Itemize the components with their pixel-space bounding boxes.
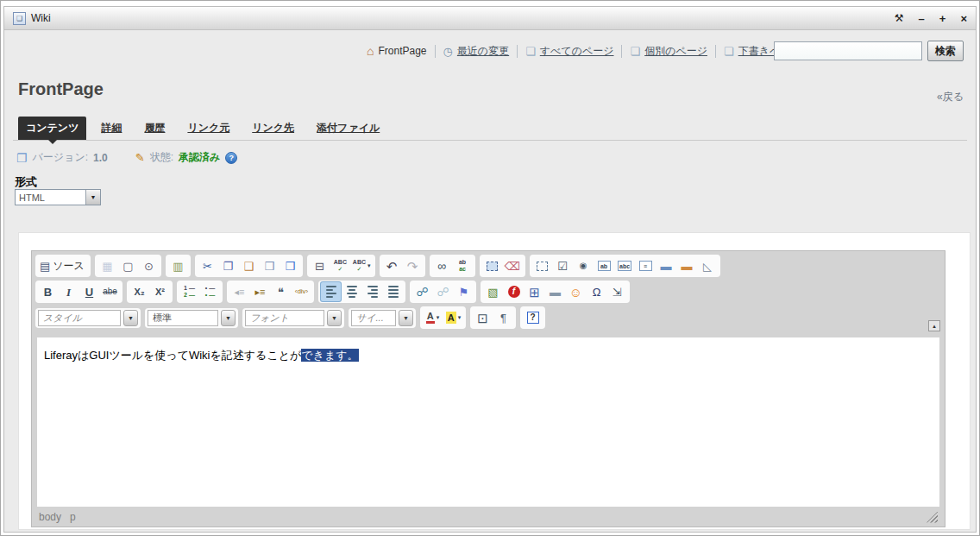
close-icon[interactable]: × — [960, 13, 967, 24]
page-icon: ❏ — [724, 45, 734, 58]
help-icon[interactable]: ? — [225, 152, 237, 164]
paste-button[interactable]: ❑ — [239, 256, 259, 275]
superscript-button[interactable]: X² — [150, 282, 170, 301]
content-panel: ▤ソース▦▢⊙▥✂❐❑❒❒⊟ABC✓ABC✓▾↶↷∞abac⌫☑◉ababc≡▬… — [18, 232, 971, 530]
resize-handle-icon[interactable] — [927, 512, 938, 523]
templates-button[interactable]: ▥ — [168, 256, 188, 275]
find-button[interactable]: ∞ — [432, 256, 452, 275]
background-color-button[interactable]: A▾ — [443, 308, 463, 327]
print-button[interactable]: ⊟ — [310, 256, 330, 275]
tab-content[interactable]: コンテンツ — [18, 117, 86, 140]
tab-details[interactable]: 詳細 — [93, 117, 129, 140]
underline-button[interactable]: U — [79, 282, 99, 301]
page-break-button[interactable]: ⇲ — [607, 282, 627, 301]
paste-as-text-button[interactable]: ❒ — [260, 256, 280, 275]
decrease-indent-button[interactable]: ◂≡ — [229, 282, 249, 301]
link-button[interactable]: ☍ — [412, 282, 432, 301]
source-icon: ▤ — [40, 261, 50, 272]
button-button[interactable]: ▬ — [656, 256, 676, 275]
source-button[interactable]: ▤ソース — [38, 256, 88, 275]
editor-statusbar: body p — [32, 508, 945, 527]
toolbar-group: BIUabe — [35, 281, 122, 303]
undo-button[interactable]: ↶ — [382, 256, 402, 275]
maximize-button[interactable]: ⊡ — [473, 308, 493, 327]
minimize-icon[interactable]: – — [919, 13, 925, 24]
maximize-icon[interactable]: + — [939, 13, 946, 24]
cut-button[interactable]: ✂ — [198, 256, 217, 275]
element-path-body[interactable]: body — [39, 511, 61, 523]
text-color-button[interactable]: A▾ — [423, 308, 443, 327]
redo-button[interactable]: ↷ — [403, 256, 423, 275]
redo-icon: ↷ — [407, 260, 418, 273]
horizontal-rule-button[interactable]: ▬ — [545, 282, 565, 301]
form-button[interactable] — [532, 256, 552, 275]
anchor-button[interactable]: ⚑ — [454, 282, 474, 301]
nav-divider — [435, 45, 436, 58]
increase-indent-button[interactable]: ▸≡ — [250, 282, 270, 301]
spell-check-button[interactable]: ABC✓ — [330, 256, 350, 275]
align-left-button[interactable] — [321, 282, 341, 301]
replace-button[interactable]: abac — [453, 256, 473, 275]
select-all-button[interactable] — [482, 256, 502, 275]
toolbar-group: ▤ソース — [35, 255, 91, 277]
subscript-icon: X₂ — [134, 287, 144, 297]
recent-changes-link[interactable]: ◷ 最近の変更 — [443, 44, 510, 59]
select-field-button[interactable]: ≡ — [636, 256, 656, 275]
align-right-button[interactable] — [362, 282, 382, 301]
strikethrough-button[interactable]: abe — [100, 282, 120, 301]
image-button[interactable]: ▧ — [483, 282, 503, 301]
flash-button[interactable]: f — [504, 282, 524, 301]
text-field-button[interactable]: ab — [594, 256, 614, 275]
checkbox-button[interactable]: ☑ — [553, 256, 573, 275]
about-button[interactable]: ? — [523, 308, 543, 327]
copy-button[interactable]: ❐ — [218, 256, 238, 275]
save-icon: ▦ — [102, 261, 112, 272]
blockquote-button[interactable]: ❝ — [271, 282, 291, 301]
chevron-down-icon: ▼ — [221, 310, 236, 326]
paste-from-word-button[interactable]: ❒ — [280, 256, 300, 275]
show-blocks-button[interactable]: ¶ — [493, 308, 513, 327]
editor-content[interactable]: LiferayはGUIツールを使ってWikiを記述することができます。 — [37, 337, 939, 507]
align-justify-button[interactable] — [383, 282, 403, 301]
search-input[interactable] — [774, 41, 922, 60]
numbered-list-icon: 1 —2 — — [184, 285, 195, 299]
unlink-button[interactable]: ☍ — [433, 282, 453, 301]
special-character-button[interactable]: Ω — [587, 282, 606, 301]
scayt-button[interactable]: ABC✓▾ — [351, 256, 373, 275]
tab-attachments[interactable]: 添付ファイル — [309, 117, 387, 140]
bold-button[interactable]: B — [38, 282, 58, 301]
element-path-p[interactable]: p — [70, 511, 76, 523]
orphan-pages-link[interactable]: ❏ 個別のページ — [630, 44, 707, 59]
image-button-button[interactable]: ▬ — [677, 256, 697, 275]
tab-incoming-links[interactable]: リンク元 — [179, 117, 237, 140]
textarea-button[interactable]: abc — [615, 256, 635, 275]
remove-format-button[interactable]: ⌫ — [503, 256, 523, 275]
radio-button-button[interactable]: ◉ — [574, 256, 594, 275]
preview-button[interactable]: ⊙ — [139, 256, 159, 275]
all-pages-link[interactable]: ❏ すべてのページ — [525, 44, 613, 59]
tab-outgoing-links[interactable]: リンク先 — [244, 117, 302, 140]
bulleted-list-button[interactable]: • —• — — [200, 282, 220, 301]
font-dropdown[interactable]: フォント▼ — [245, 310, 342, 326]
paragraph-format-dropdown[interactable]: 標準▼ — [148, 310, 236, 326]
numbered-list-button[interactable]: 1 —2 — — [179, 282, 199, 301]
chevron-down-icon: ▾ — [437, 314, 440, 321]
search-button[interactable]: 検索 — [927, 41, 964, 61]
smiley-button[interactable]: ☺ — [566, 282, 586, 301]
hidden-field-button[interactable]: ◺ — [698, 256, 718, 275]
back-link[interactable]: «戻る — [937, 90, 964, 104]
div-container-button[interactable]: ‹div› — [292, 282, 311, 301]
format-dropdown[interactable]: HTML ▼ — [15, 189, 101, 205]
collapse-toolbar-button[interactable]: ▴ — [928, 320, 940, 331]
save-button[interactable]: ▦ — [97, 256, 117, 275]
new-page-button[interactable]: ▢ — [118, 256, 138, 275]
frontpage-nav-item[interactable]: ⌂ FrontPage — [367, 44, 427, 58]
subscript-button[interactable]: X₂ — [129, 282, 149, 301]
tab-history[interactable]: 履歴 — [136, 117, 173, 140]
styles-dropdown[interactable]: スタイル▼ — [38, 310, 138, 326]
align-center-button[interactable] — [342, 282, 361, 301]
wrench-icon[interactable]: ⚒ — [895, 13, 904, 23]
italic-button[interactable]: I — [59, 282, 79, 301]
font-size-dropdown[interactable]: サイ...▼ — [351, 310, 413, 326]
table-button[interactable]: ⊞ — [525, 282, 544, 301]
